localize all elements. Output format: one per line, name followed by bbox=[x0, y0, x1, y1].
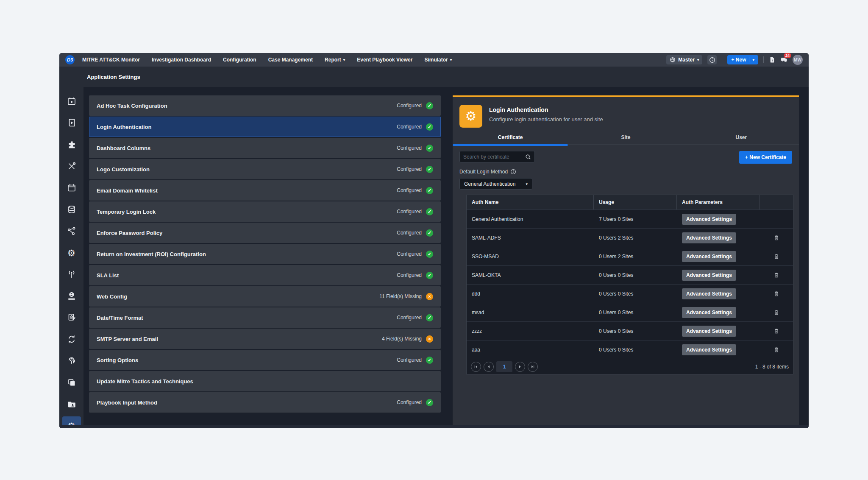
settings-row-ad-hoc-task[interactable]: Ad Hoc Task Configuration Configured ✓ bbox=[89, 95, 441, 116]
settings-row-email-domain-whitelist[interactable]: Email Domain Whitelist Configured ✓ bbox=[89, 180, 441, 201]
prev-page-icon bbox=[487, 365, 491, 369]
sidebar-item-user-groups[interactable] bbox=[62, 395, 81, 413]
table-row: zzzz 0 Users 0 Sites Advanced Settings bbox=[467, 321, 793, 340]
delete-button[interactable] bbox=[773, 253, 779, 260]
settings-row-temporary-login-lock[interactable]: Temporary Login Lock Configured ✓ bbox=[89, 201, 441, 222]
info-button[interactable] bbox=[707, 55, 717, 64]
delete-button[interactable] bbox=[773, 328, 779, 334]
copy-icon bbox=[67, 378, 76, 387]
sidebar-item-api-settings[interactable]: ⚙ bbox=[62, 243, 81, 262]
workspace-selector[interactable]: Master ▾ bbox=[666, 55, 702, 64]
settings-row-date-time-format[interactable]: Date/Time Format Configured ✓ bbox=[89, 307, 441, 328]
nav-item-mitre-attack-monitor[interactable]: MITRE ATT&CK Monitor bbox=[82, 57, 140, 63]
divider bbox=[763, 56, 764, 63]
sidebar-item-integrations[interactable] bbox=[62, 135, 81, 154]
tab-certificate[interactable]: Certificate bbox=[453, 134, 568, 145]
sidebar-item-book-play[interactable] bbox=[62, 114, 81, 132]
advanced-settings-button[interactable]: Advanced Settings bbox=[682, 270, 736, 281]
settings-row-roi-configuration[interactable]: Return on Investment (ROI) Configuration… bbox=[89, 244, 441, 264]
detail-tabs: Certificate Site User bbox=[453, 134, 799, 145]
sidebar-item-data-sync[interactable] bbox=[62, 330, 81, 349]
delete-button[interactable] bbox=[773, 290, 779, 297]
settings-row-update-mitre[interactable]: Update Mitre Tactics and Techniques bbox=[89, 371, 441, 391]
column-usage: Usage bbox=[594, 195, 677, 209]
last-page-button[interactable] bbox=[528, 362, 538, 372]
divider bbox=[722, 56, 722, 63]
detail-header: ⚙ Login Authentication Configure login a… bbox=[453, 97, 799, 134]
trash-icon bbox=[773, 253, 779, 260]
settings-row-smtp-server-email[interactable]: SMTP Server and Email 4 Field(s) Missing… bbox=[89, 329, 441, 349]
advanced-settings-button[interactable]: Advanced Settings bbox=[682, 344, 736, 355]
sidebar-item-calendar-play[interactable] bbox=[62, 92, 81, 111]
settings-list: Ad Hoc Task Configuration Configured ✓ L… bbox=[89, 95, 441, 413]
tab-site[interactable]: Site bbox=[568, 134, 683, 145]
check-icon: ✓ bbox=[426, 208, 433, 215]
sidebar-item-schedule[interactable] bbox=[62, 179, 81, 197]
settings-row-login-authentication[interactable]: Login Authentication Configured ✓ bbox=[89, 117, 441, 137]
document-info-button[interactable] bbox=[769, 56, 775, 63]
delete-button[interactable] bbox=[773, 272, 779, 278]
tab-user[interactable]: User bbox=[684, 134, 799, 145]
nav-item-configuration[interactable]: Configuration bbox=[223, 57, 256, 63]
settings-row-sla-list[interactable]: SLA List Configured ✓ bbox=[89, 265, 441, 285]
delete-button[interactable] bbox=[773, 346, 779, 353]
trash-icon bbox=[773, 290, 779, 297]
table-footer: 1 1 - 8 of 8 items bbox=[467, 359, 793, 374]
table-row: aaa 0 Users 0 Sites Advanced Settings bbox=[467, 340, 793, 359]
info-icon[interactable] bbox=[510, 169, 516, 175]
default-login-method-select[interactable]: General Authentication ▾ bbox=[459, 178, 532, 190]
nav-item-simulator[interactable]: Simulator▾ bbox=[424, 57, 452, 63]
trash-icon bbox=[773, 328, 779, 334]
sidebar-item-window-management[interactable] bbox=[62, 373, 81, 392]
nav-item-report[interactable]: Report▾ bbox=[325, 57, 345, 63]
advanced-settings-button[interactable]: Advanced Settings bbox=[682, 288, 736, 299]
first-page-icon bbox=[474, 365, 478, 369]
delete-button[interactable] bbox=[773, 309, 779, 315]
settings-row-web-config[interactable]: Web Config 11 Field(s) Missing × bbox=[89, 286, 441, 307]
nav-item-investigation-dashboard[interactable]: Investigation Dashboard bbox=[152, 57, 211, 63]
app-window: D3 MITRE ATT&CK Monitor Investigation Da… bbox=[59, 53, 809, 428]
sidebar-item-connections[interactable] bbox=[62, 222, 81, 240]
sidebar-item-web-portal[interactable] bbox=[62, 287, 81, 305]
nav-right-controls: Master ▾ + New ▾ 24 MW bbox=[666, 55, 803, 65]
advanced-settings-button[interactable]: Advanced Settings bbox=[682, 251, 736, 262]
delete-button[interactable] bbox=[773, 234, 779, 241]
d3-logo[interactable]: D3 bbox=[65, 55, 75, 64]
chevron-down-icon: ▾ bbox=[752, 58, 754, 62]
search-input[interactable] bbox=[463, 154, 525, 160]
check-icon: ✓ bbox=[426, 357, 433, 364]
new-certificate-button[interactable]: + New Certificate bbox=[739, 151, 792, 164]
sidebar-item-form-editor[interactable] bbox=[62, 308, 81, 327]
sidebar-item-identity[interactable] bbox=[62, 352, 81, 370]
advanced-settings-button[interactable]: Advanced Settings bbox=[682, 214, 736, 225]
settings-row-playbook-input-method[interactable]: Playbook Input Method Configured ✓ bbox=[89, 392, 441, 413]
items-count: 1 - 8 of 8 items bbox=[755, 364, 789, 370]
next-page-button[interactable] bbox=[515, 362, 525, 372]
gear-api-icon: ⚙ bbox=[67, 248, 75, 257]
settings-row-logo-customization[interactable]: Logo Customization Configured ✓ bbox=[89, 159, 441, 179]
advanced-settings-button[interactable]: Advanced Settings bbox=[682, 232, 736, 243]
prev-page-button[interactable] bbox=[484, 362, 494, 372]
chevron-down-icon: ▾ bbox=[343, 58, 345, 62]
check-icon: ✓ bbox=[426, 145, 433, 152]
sidebar-item-data-management[interactable] bbox=[62, 200, 81, 219]
database-icon bbox=[67, 205, 76, 214]
sidebar-item-utilities[interactable] bbox=[62, 157, 81, 176]
first-page-button[interactable] bbox=[471, 362, 481, 372]
settings-row-enforce-password-policy[interactable]: Enforce Password Policy Configured ✓ bbox=[89, 223, 441, 243]
divider bbox=[749, 57, 749, 62]
settings-row-dashboard-columns[interactable]: Dashboard Columns Configured ✓ bbox=[89, 138, 441, 158]
scrollbar-track[interactable] bbox=[59, 425, 809, 428]
sidebar-item-event-intake[interactable] bbox=[62, 265, 81, 284]
advanced-settings-button[interactable]: Advanced Settings bbox=[682, 307, 736, 318]
avatar[interactable]: MW bbox=[793, 55, 803, 65]
antenna-icon bbox=[67, 270, 76, 279]
settings-row-sorting-options[interactable]: Sorting Options Configured ✓ bbox=[89, 350, 441, 370]
check-icon: ✓ bbox=[426, 123, 433, 131]
check-icon: ✓ bbox=[426, 272, 433, 279]
advanced-settings-button[interactable]: Advanced Settings bbox=[682, 326, 736, 337]
new-button[interactable]: + New ▾ bbox=[727, 55, 758, 64]
nav-item-case-management[interactable]: Case Management bbox=[268, 57, 313, 63]
nav-item-event-playbook-viewer[interactable]: Event Playbook Viewer bbox=[357, 57, 412, 63]
notifications-button[interactable]: 24 bbox=[780, 56, 787, 63]
